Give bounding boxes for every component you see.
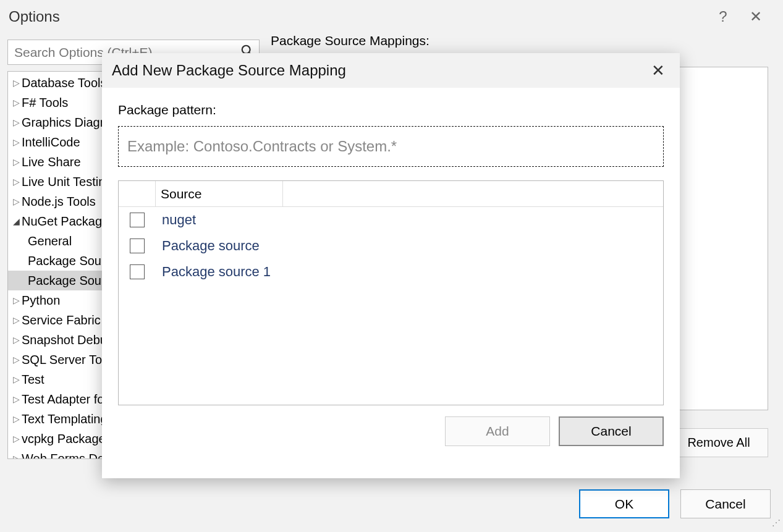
tree-item-label: F# Tools: [22, 96, 68, 110]
chevron-right-icon[interactable]: ▷: [11, 414, 22, 424]
close-icon[interactable]: ✕: [646, 59, 670, 83]
tree-item-label: Node.js Tools: [22, 195, 96, 209]
chevron-right-icon[interactable]: ▷: [11, 374, 22, 384]
source-row[interactable]: Package source: [119, 233, 663, 259]
tree-item-label: Text Templating: [22, 412, 108, 426]
chevron-right-icon[interactable]: ▷: [11, 454, 22, 459]
chevron-right-icon[interactable]: ▷: [11, 355, 22, 365]
add-mapping-dialog: Add New Package Source Mapping ✕ Package…: [102, 53, 680, 478]
source-name: Package source: [162, 238, 260, 254]
dialog-titlebar: Add New Package Source Mapping ✕: [102, 53, 680, 88]
source-list: Source nugetPackage sourcePackage source…: [118, 180, 664, 405]
chevron-right-icon[interactable]: ▷: [11, 98, 22, 108]
chevron-right-icon[interactable]: ▷: [11, 434, 22, 444]
dialog-title: Add New Package Source Mapping: [112, 62, 646, 79]
chevron-right-icon[interactable]: ▷: [11, 335, 22, 345]
chevron-right-icon[interactable]: ▷: [11, 177, 22, 187]
chevron-right-icon[interactable]: ▷: [11, 157, 22, 167]
close-icon[interactable]: ✕: [737, 8, 774, 25]
tree-item-label: Test: [22, 373, 44, 387]
help-icon[interactable]: ?: [709, 8, 737, 25]
tree-item-label: Python: [22, 293, 60, 308]
chevron-right-icon[interactable]: ▷: [11, 315, 22, 325]
chevron-down-icon[interactable]: ◢: [11, 216, 22, 226]
source-row[interactable]: Package source 1: [119, 259, 663, 285]
pattern-label: Package pattern:: [118, 103, 664, 117]
ok-button[interactable]: OK: [579, 489, 669, 518]
source-column-header[interactable]: Source: [156, 181, 283, 206]
source-name: Package source 1: [162, 264, 271, 280]
package-pattern-input[interactable]: [118, 126, 664, 167]
source-checkbox[interactable]: [130, 213, 145, 227]
chevron-right-icon[interactable]: ▷: [11, 394, 22, 404]
cancel-button[interactable]: Cancel: [559, 416, 664, 446]
svg-point-0: [242, 45, 250, 53]
source-name: nuget: [162, 212, 196, 228]
source-list-header: Source: [119, 181, 663, 207]
remove-all-button[interactable]: Remove All: [669, 428, 768, 457]
tree-item-label: Live Unit Testing: [22, 175, 112, 189]
source-row[interactable]: nuget: [119, 207, 663, 233]
options-titlebar: Options ? ✕: [0, 0, 783, 33]
chevron-right-icon[interactable]: ▷: [11, 196, 22, 206]
add-button[interactable]: Add: [445, 416, 550, 446]
source-checkbox[interactable]: [130, 239, 145, 253]
tree-item-label: Database Tools: [22, 76, 107, 90]
mappings-header: Package Source Mappings:: [271, 33, 430, 48]
tree-item-label: Live Share: [22, 155, 81, 169]
resize-grip-icon[interactable]: ⋰: [772, 521, 781, 530]
chevron-right-icon[interactable]: ▷: [11, 78, 22, 88]
source-checkbox[interactable]: [130, 264, 145, 279]
cancel-button[interactable]: Cancel: [680, 489, 771, 518]
chevron-right-icon[interactable]: ▷: [11, 295, 22, 305]
tree-item-label: General: [28, 234, 72, 248]
chevron-right-icon[interactable]: ▷: [11, 137, 22, 147]
tree-item-label: IntelliCode: [22, 135, 80, 150]
options-title: Options: [9, 8, 709, 25]
chevron-right-icon[interactable]: ▷: [11, 117, 22, 127]
